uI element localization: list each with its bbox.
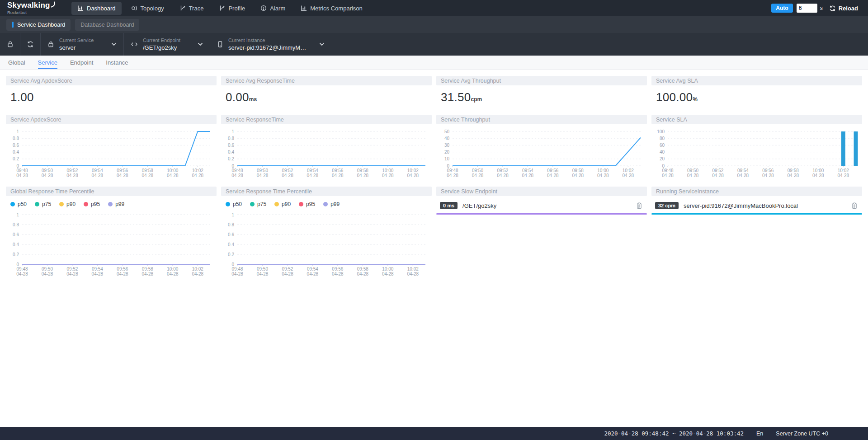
svg-text:04-28: 04-28 (142, 271, 154, 276)
nav-item-trace[interactable]: Trace (174, 2, 210, 15)
auto-toggle-button[interactable]: Auto (771, 4, 793, 13)
svg-text:10:02: 10:02 (623, 168, 634, 173)
chevron-down-icon (111, 42, 117, 46)
legend-item: p50 (10, 201, 27, 207)
view-tab-endpoint[interactable]: Endpoint (66, 56, 98, 69)
svg-text:10:02: 10:02 (192, 267, 203, 271)
svg-text:09:50: 09:50 (472, 168, 483, 173)
svg-text:04-28: 04-28 (357, 271, 369, 276)
copy-icon[interactable] (851, 202, 858, 209)
svg-text:40: 40 (660, 150, 665, 154)
svg-text:1: 1 (16, 129, 19, 134)
svg-text:0.4: 0.4 (228, 150, 234, 154)
svg-text:04-28: 04-28 (687, 173, 699, 178)
nav-item-topology[interactable]: Topology (125, 2, 170, 15)
svg-text:09:56: 09:56 (762, 168, 774, 173)
svg-text:0.2: 0.2 (13, 156, 19, 161)
view-tabs-bar: GlobalServiceEndpointInstance (0, 56, 868, 70)
server-zone[interactable]: Server Zone UTC +0 (776, 431, 828, 437)
interval-unit-label: s (820, 5, 823, 11)
svg-text:20: 20 (660, 156, 665, 161)
refresh-icon (27, 41, 34, 48)
legend-label: p90 (66, 201, 75, 207)
svg-text:10:00: 10:00 (382, 267, 393, 271)
legend-dot (299, 202, 303, 206)
nav-item-profile[interactable]: Profile (213, 2, 251, 15)
metric-value: 1.00 (10, 90, 34, 104)
global-percentile-chart: 00.20.40.60.8109:4804-2809:5004-2809:520… (6, 211, 217, 281)
svg-text:50: 50 (444, 129, 450, 134)
svg-text:09:54: 09:54 (92, 168, 103, 173)
refresh-button[interactable] (20, 33, 40, 56)
svg-text:04-28: 04-28 (42, 271, 53, 276)
brand-subtitle: Rocketbot (7, 10, 61, 15)
current-instance-value: server-pid:91672@JimmyMacBo... (228, 44, 309, 51)
dashboard-tab-service-dashboard[interactable]: Service Dashboard (6, 19, 71, 31)
view-tab-global[interactable]: Global (4, 56, 30, 69)
svg-text:0.6: 0.6 (228, 143, 234, 148)
legend-item: p99 (108, 201, 124, 207)
svg-text:04-28: 04-28 (66, 173, 78, 178)
svg-text:09:52: 09:52 (66, 267, 78, 271)
copy-icon[interactable] (636, 202, 642, 209)
svg-text:10:00: 10:00 (812, 168, 824, 173)
svg-text:09:54: 09:54 (522, 168, 533, 173)
svg-text:40: 40 (444, 136, 450, 141)
current-service-select[interactable]: Current Service server (41, 33, 123, 56)
svg-text:30: 30 (444, 143, 450, 148)
svg-text:10:00: 10:00 (167, 168, 178, 173)
svg-text:60: 60 (660, 143, 665, 148)
svg-text:10:02: 10:02 (407, 267, 419, 271)
current-endpoint-select[interactable]: Current Endpoint /GET/go2sky (124, 33, 210, 56)
metrics-comparison-icon (301, 5, 307, 11)
svg-text:09:50: 09:50 (257, 168, 268, 173)
percentile-legend: p50 p75 p90 p95 p99 (6, 196, 217, 207)
svg-text:09:48: 09:48 (16, 168, 28, 173)
chart-card-service-response-time-percentile: Service Response Time Percentile p50 p75… (221, 187, 432, 281)
language-selector[interactable]: En (756, 431, 763, 437)
reload-button[interactable]: Reload (826, 5, 861, 12)
service-percentile-chart: 00.20.40.60.8109:4804-2809:5004-2809:520… (221, 211, 432, 281)
svg-text:10: 10 (444, 156, 450, 161)
current-instance-select[interactable]: Current Instance server-pid:91672@JimmyM… (210, 33, 331, 56)
dashboard-tab-database-dashboard[interactable]: Database Dashboard (75, 19, 139, 31)
time-range[interactable]: 2020-04-28 09:48:42 ~ 2020-04-28 10:03:4… (604, 430, 744, 437)
svg-text:0.8: 0.8 (228, 136, 234, 141)
endpoint-name: /GET/go2sky (462, 202, 631, 209)
svg-text:0: 0 (16, 164, 19, 169)
legend-item: p50 (226, 201, 242, 207)
auto-interval-input[interactable] (797, 4, 817, 13)
lock-button[interactable] (0, 33, 20, 56)
legend-dot (323, 202, 328, 206)
legend-dot (84, 202, 88, 206)
main-nav: Dashboard Topology Trace Profile Alarm M… (71, 2, 771, 15)
reload-controls: Auto s Reload (771, 4, 861, 13)
svg-text:04-28: 04-28 (382, 173, 394, 178)
svg-text:09:54: 09:54 (737, 168, 749, 173)
metric-card-service-avg-apdexscore: Service Avg ApdexScore 1.00 (6, 76, 217, 110)
legend-item: p90 (59, 201, 75, 207)
legend-label: p75 (42, 201, 51, 207)
view-tab-instance[interactable]: Instance (101, 56, 132, 69)
status-bar: 2020-04-28 09:48:42 ~ 2020-04-28 10:03:4… (0, 427, 868, 440)
svg-text:09:56: 09:56 (547, 168, 558, 173)
svg-text:04-28: 04-28 (622, 173, 634, 178)
svg-text:10:00: 10:00 (597, 168, 609, 173)
svg-text:04-28: 04-28 (167, 173, 179, 178)
brand: Skywalking Rocketbot (7, 1, 61, 15)
svg-text:04-28: 04-28 (662, 173, 674, 178)
nav-item-dashboard[interactable]: Dashboard (71, 2, 122, 15)
nav-item-metrics-comparison[interactable]: Metrics Comparison (295, 2, 368, 15)
running-instance-item: 32 cpm server-pid:91672@JimmyMacBookPro.… (651, 196, 862, 213)
svg-text:0.4: 0.4 (228, 242, 234, 247)
nav-item-alarm[interactable]: Alarm (255, 2, 291, 15)
reload-icon (829, 5, 836, 12)
view-tab-service[interactable]: Service (33, 56, 62, 69)
legend-label: p50 (18, 201, 27, 207)
svg-text:0.6: 0.6 (228, 232, 234, 237)
active-indicator (12, 22, 14, 28)
selector-bar: Current Service server Current Endpoint … (0, 33, 868, 56)
chevron-down-icon (319, 42, 325, 46)
metric-card-service-avg-sla: Service Avg SLA 100.00 % (651, 76, 862, 110)
legend-item: p75 (35, 201, 51, 207)
